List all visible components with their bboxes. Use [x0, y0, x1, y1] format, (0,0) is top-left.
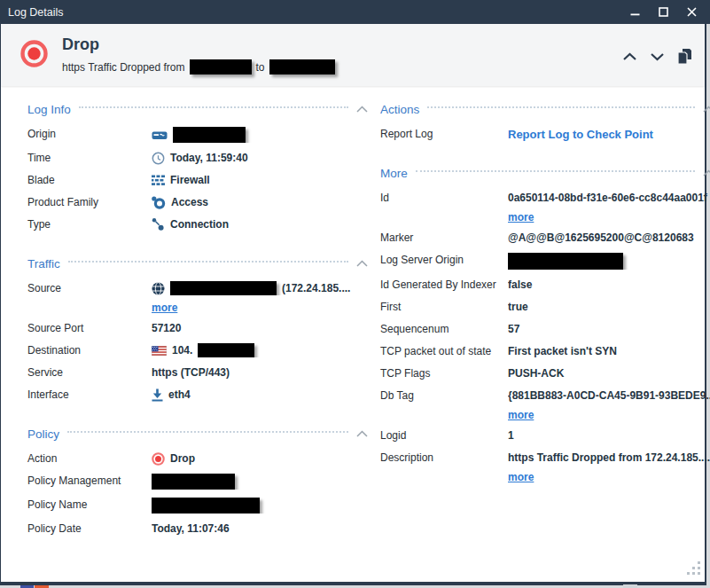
drop-action-icon — [20, 40, 48, 71]
section-head-traffic: Traffic — [27, 255, 368, 272]
more-link[interactable]: more — [508, 471, 534, 483]
field-label: Log Server Origin — [380, 253, 508, 266]
more-row: more — [508, 208, 710, 224]
field-row-sequencenum: Sequencenum 57 — [380, 322, 710, 336]
copy-icon[interactable] — [677, 48, 692, 65]
field-value: eth4 — [152, 388, 368, 402]
field-value-text: Today, 11:07:46 — [152, 522, 230, 535]
section-title: More — [380, 167, 408, 180]
field-value-text: 1 — [508, 429, 514, 442]
log-action-title: Drop — [62, 35, 622, 54]
field-value: 57 — [508, 322, 710, 336]
section-head-more: More — [380, 164, 710, 182]
field-value: 104. — [152, 343, 368, 357]
field-row-description: Description https Traffic Dropped from 1… — [380, 451, 710, 465]
collapse-chevron-icon[interactable] — [356, 260, 368, 267]
field-label: Type — [27, 217, 152, 231]
field-value-text: Access — [171, 196, 208, 208]
more-link[interactable]: more — [152, 302, 177, 314]
redacted-origin — [173, 127, 246, 143]
field-value: (172.24.185.... — [152, 281, 368, 295]
field-row-service: Service https (TCP/443) — [27, 365, 368, 380]
field-value-text: 0a650114-08bd-f31e-60e6-cc8c44aa001f — [508, 192, 707, 204]
section-policy: Policy Action — [27, 425, 368, 536]
field-value-text: PUSH-ACK — [508, 367, 564, 380]
field-value — [152, 127, 368, 143]
field-value: {881BB883-A0CD-CA45-9B91-93BEDE9... — [508, 388, 710, 403]
field-label: Sequencenum — [380, 322, 508, 335]
drop-action-icon — [152, 452, 165, 466]
field-row-policy-date: Policy Date Today, 11:07:46 — [27, 521, 368, 536]
maximize-button[interactable] — [651, 3, 675, 22]
field-value: https Traffic Dropped from 172.24.185...… — [508, 451, 710, 465]
section-title: Actions — [380, 103, 419, 116]
field-value-text: https Traffic Dropped from 172.24.185...… — [508, 451, 710, 464]
field-label: Id — [380, 191, 508, 204]
field-row-tcp-packet-out-of-state: TCP packet out of state First packet isn… — [380, 344, 710, 358]
field-value: https (TCP/443) — [152, 365, 368, 380]
left-column: Log Info Origin — [27, 100, 380, 559]
redacted-source-name — [190, 59, 252, 74]
field-value: Drop — [152, 451, 368, 466]
header-controls — [622, 48, 692, 65]
field-value-text: @A@@B@1625695200@C@8120683 — [508, 231, 694, 244]
field-value: true — [508, 300, 710, 314]
collapse-chevron-icon[interactable] — [356, 430, 368, 437]
section-title: Traffic — [27, 257, 60, 270]
field-value-text: 104. — [172, 344, 192, 357]
log-details-window: Drop https Traffic Dropped from to — [0, 24, 706, 585]
field-value: Firewall — [152, 173, 368, 187]
field-value-text: Firewall — [170, 174, 210, 186]
field-row-tcp-flags: TCP Flags PUSH-ACK — [380, 366, 710, 380]
field-row-type: Type Connection — [27, 217, 368, 231]
dotted-leader — [68, 261, 348, 263]
dotted-leader — [427, 106, 695, 108]
field-label: Destination — [27, 343, 152, 357]
field-value: Today, 11:07:46 — [152, 521, 368, 536]
field-row-id: Id 0a650114-08bd-f31e-60e6-cc8c44aa001f — [380, 191, 710, 205]
right-column: Actions Report Log Report Log to Check P… — [380, 100, 710, 559]
field-label: Policy Name — [27, 498, 152, 511]
redacted-log-server-origin — [508, 253, 623, 270]
field-value — [508, 253, 710, 270]
field-value-text: (172.24.185.... — [282, 282, 350, 294]
field-label: TCP packet out of state — [380, 344, 508, 357]
field-value-text: {881BB883-A0CD-CA45-9B91-93BEDE9... — [508, 389, 710, 402]
field-label: Product Family — [27, 195, 152, 208]
field-row-marker: Marker @A@@B@1625695200@C@8120683 — [380, 231, 710, 245]
description-prefix: https Traffic Dropped from — [62, 61, 185, 74]
close-button[interactable] — [680, 3, 703, 22]
field-label: Service — [27, 365, 152, 379]
connection-icon — [152, 217, 165, 231]
field-row-origin: Origin — [27, 127, 368, 143]
collapse-chevron-icon[interactable] — [703, 169, 710, 176]
field-label: Interface — [27, 388, 152, 401]
section-actions: Actions Report Log Report Log to Check P… — [380, 100, 710, 141]
field-row-interface: Interface eth4 — [27, 388, 368, 402]
field-value: 0a650114-08bd-f31e-60e6-cc8c44aa001f — [508, 191, 710, 205]
previous-log-button[interactable] — [622, 52, 637, 61]
field-row-policy-name: Policy Name — [27, 498, 368, 514]
more-row: more — [508, 406, 710, 422]
more-link[interactable]: more — [508, 409, 534, 421]
redacted-destination-ip — [198, 343, 254, 357]
collapse-chevron-icon[interactable] — [356, 106, 368, 113]
next-log-button[interactable] — [650, 52, 665, 61]
minimize-button[interactable] — [623, 3, 646, 22]
field-label: Description — [380, 451, 508, 464]
resize-grip[interactable] — [684, 559, 702, 580]
field-value: PUSH-ACK — [508, 366, 710, 380]
window-title: Log Details — [0, 6, 623, 19]
field-row-source: Source (172.24.185.... — [27, 281, 368, 295]
collapse-chevron-icon[interactable] — [703, 106, 710, 113]
field-row-action: Action Drop — [27, 451, 368, 466]
section-title: Policy — [27, 427, 59, 441]
field-label: Source — [27, 281, 152, 294]
field-row-blade: Blade Firewall — [27, 173, 368, 187]
field-value: Access — [152, 195, 368, 209]
report-log-link[interactable]: Report Log to Check Point — [508, 128, 653, 141]
more-link[interactable]: more — [508, 211, 534, 223]
header-texts: Drop https Traffic Dropped from to — [62, 34, 622, 74]
field-value: 1 — [508, 428, 710, 443]
firewall-blade-icon — [152, 175, 165, 186]
